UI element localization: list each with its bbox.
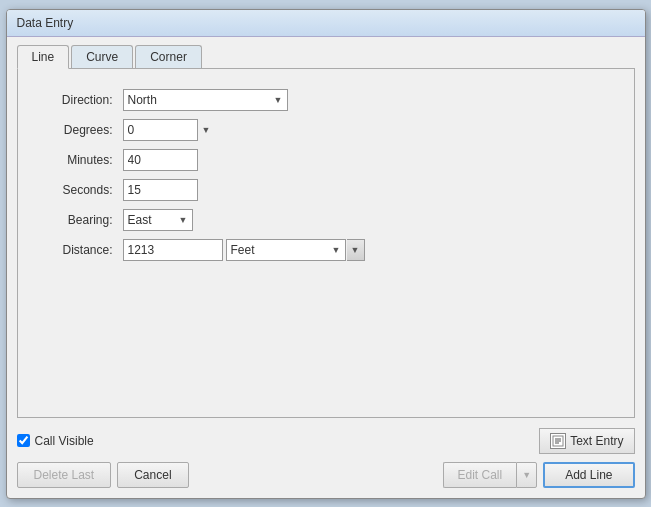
call-visible-label[interactable]: Call Visible [17,434,94,448]
dialog-title-bar: Data Entry [7,10,645,37]
direction-select-wrapper: North South East West [123,89,288,111]
delete-last-button[interactable]: Delete Last [17,462,112,488]
dialog-body: Line Curve Corner Direction: North South… [7,37,645,498]
seconds-row: Seconds: [48,179,604,201]
seconds-input[interactable] [123,179,198,201]
distance-row: Distance: Feet Meters Chains Rods Varas … [48,239,604,261]
seconds-label: Seconds: [48,183,123,197]
tab-corner[interactable]: Corner [135,45,202,68]
bearing-row: Bearing: East West [48,209,604,231]
bottom-options-section: Call Visible Text Entry [17,428,635,454]
dialog-title: Data Entry [17,16,74,30]
distance-input[interactable] [123,239,223,261]
text-entry-icon [550,433,566,449]
degrees-row: Degrees: ▼ [48,119,604,141]
right-buttons: Edit Call ▼ Add Line [443,462,635,488]
direction-label: Direction: [48,93,123,107]
distance-unit-select[interactable]: Feet Meters Chains Rods Varas Links [226,239,346,261]
edit-call-button[interactable]: Edit Call [443,462,517,488]
bearing-select[interactable]: East West [123,209,193,231]
left-buttons: Delete Last Cancel [17,462,189,488]
cancel-button[interactable]: Cancel [117,462,188,488]
call-visible-checkbox[interactable] [17,434,30,447]
degrees-dropdown-arrow[interactable]: ▼ [202,125,211,135]
text-entry-label: Text Entry [570,434,623,448]
bearing-label: Bearing: [48,213,123,227]
direction-row: Direction: North South East West [48,89,604,111]
tab-curve[interactable]: Curve [71,45,133,68]
distance-dropdown-arrow[interactable]: ▼ [347,239,365,261]
text-entry-button[interactable]: Text Entry [539,428,634,454]
bearing-select-wrapper: East West [123,209,193,231]
distance-label: Distance: [48,243,123,257]
tab-bar: Line Curve Corner [17,45,635,69]
minutes-row: Minutes: [48,149,604,171]
minutes-label: Minutes: [48,153,123,167]
degrees-label: Degrees: [48,123,123,137]
distance-unit-select-wrapper: Feet Meters Chains Rods Varas Links [226,239,346,261]
degrees-input[interactable] [123,119,198,141]
add-line-button[interactable]: Add Line [543,462,634,488]
tab-line[interactable]: Line [17,45,70,69]
tab-content-line: Direction: North South East West Degrees… [17,69,635,418]
minutes-input[interactable] [123,149,198,171]
direction-select[interactable]: North South East West [123,89,288,111]
data-entry-dialog: Data Entry Line Curve Corner Direction: … [6,9,646,499]
edit-call-dropdown-arrow[interactable]: ▼ [516,462,537,488]
bottom-buttons-section: Delete Last Cancel Edit Call ▼ Add Line [17,462,635,488]
